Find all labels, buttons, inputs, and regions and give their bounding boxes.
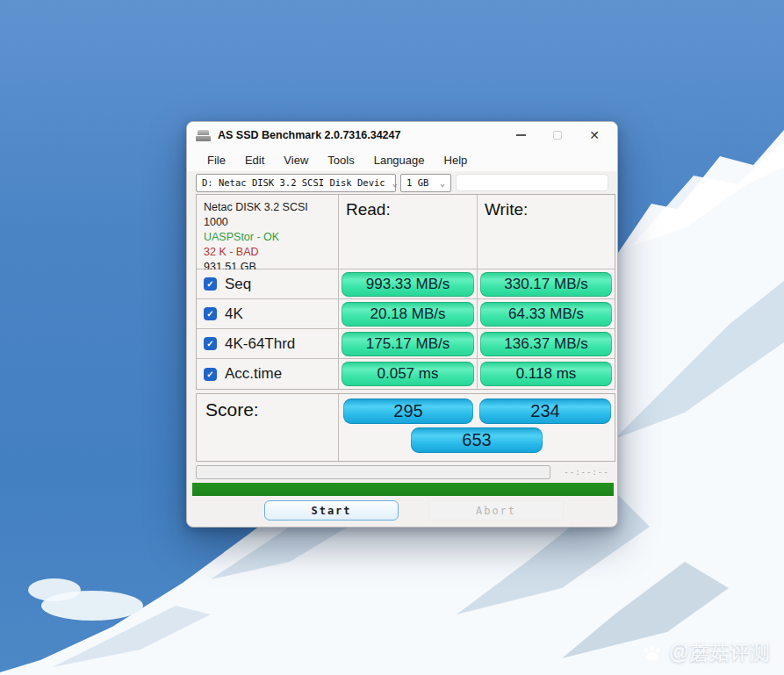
selection-row: D: Netac DISK 3.2 SCSI Disk Devic ⌄ 1 GB… xyxy=(187,171,617,194)
4k64thrd-checkbox[interactable]: ✓ xyxy=(204,337,217,350)
acctime-label: Acc.time xyxy=(225,365,282,383)
close-button[interactable]: ✕ xyxy=(587,128,601,142)
seq-label: Seq xyxy=(225,276,251,293)
4k-write-value: 64.33 MB/s xyxy=(480,302,612,327)
write-column-header: Write: xyxy=(478,195,615,269)
drive-model-line2: 1000 xyxy=(204,215,228,230)
4k-read-value: 20.18 MB/s xyxy=(342,302,474,327)
4k64thrd-write-cell: 136.37 MB/s xyxy=(478,329,615,359)
close-icon: ✕ xyxy=(589,129,600,141)
empty-field xyxy=(456,174,608,191)
4k64thrd-write-value: 136.37 MB/s xyxy=(480,332,612,356)
menu-tools[interactable]: Tools xyxy=(318,151,363,169)
drive-select-value: D: Netac DISK 3.2 SCSI Disk Devic xyxy=(202,177,385,188)
score-section: Score: 295 234 653 xyxy=(196,393,615,462)
window-controls: ✕ xyxy=(514,128,608,142)
window-title: AS SSD Benchmark 2.0.7316.34247 xyxy=(218,129,400,141)
results-table: Netac DISK 3.2 SCSI 1000 UASPStor - OK 3… xyxy=(196,194,615,390)
row-4k64thrd: ✓ 4K-64Thrd xyxy=(197,329,339,359)
menu-help[interactable]: Help xyxy=(435,151,478,169)
drive-info-panel: Netac DISK 3.2 SCSI 1000 UASPStor - OK 3… xyxy=(197,195,339,269)
titlebar: AS SSD Benchmark 2.0.7316.34247 ✕ xyxy=(187,122,617,148)
menubar: File Edit View Tools Language Help xyxy=(187,148,617,171)
score-values: 295 234 653 xyxy=(339,394,615,461)
row-seq: ✓ Seq xyxy=(197,269,339,299)
acctime-checkbox[interactable]: ✓ xyxy=(204,368,217,381)
app-disk-icon xyxy=(196,130,211,141)
abort-button[interactable]: Abort xyxy=(428,500,564,521)
menu-file[interactable]: File xyxy=(198,151,235,169)
maximize-icon xyxy=(553,131,562,140)
watermark: @蘑菇评测 xyxy=(642,639,770,666)
4k-checkbox[interactable]: ✓ xyxy=(204,307,217,320)
maximize-button[interactable] xyxy=(550,128,565,142)
menu-view[interactable]: View xyxy=(274,151,318,169)
menu-edit[interactable]: Edit xyxy=(235,151,274,169)
4k-read-cell: 20.18 MB/s xyxy=(339,299,478,329)
driver-status: UASPStor - OK xyxy=(204,230,279,245)
row-4k: ✓ 4K xyxy=(197,299,339,329)
minimize-button[interactable] xyxy=(514,128,528,142)
4k64thrd-label: 4K-64Thrd xyxy=(225,335,295,353)
4k-write-cell: 64.33 MB/s xyxy=(478,299,615,329)
alignment-status: 32 K - BAD xyxy=(204,245,259,260)
drive-select[interactable]: D: Netac DISK 3.2 SCSI Disk Devic ⌄ xyxy=(196,174,396,192)
test-size-select[interactable]: 1 GB ⌄ xyxy=(400,174,451,192)
total-score: 653 xyxy=(411,427,543,453)
status-bar-green xyxy=(192,483,614,496)
4k-label: 4K xyxy=(225,305,243,323)
read-column-header: Read: xyxy=(339,195,478,269)
minimize-icon xyxy=(516,134,526,136)
acctime-read-cell: 0.057 ms xyxy=(339,359,478,389)
chevron-down-icon: ⌄ xyxy=(433,178,445,188)
score-label: Score: xyxy=(197,394,339,461)
write-score: 234 xyxy=(479,399,611,424)
start-button[interactable]: Start xyxy=(264,500,399,521)
drive-model-line1: Netac DISK 3.2 SCSI xyxy=(204,200,308,215)
seq-write-cell: 330.17 MB/s xyxy=(478,269,615,299)
desktop-background: AS SSD Benchmark 2.0.7316.34247 ✕ File E… xyxy=(0,0,784,675)
progress-bar xyxy=(196,465,550,479)
watermark-paw-icon xyxy=(642,643,663,664)
watermark-text: @蘑菇评测 xyxy=(669,639,770,666)
menu-language[interactable]: Language xyxy=(364,151,435,169)
read-score: 295 xyxy=(343,399,473,424)
seq-write-value: 330.17 MB/s xyxy=(480,272,612,297)
time-remaining: --:--:-- xyxy=(556,468,617,477)
seq-checkbox[interactable]: ✓ xyxy=(204,277,217,291)
test-size-value: 1 GB xyxy=(406,177,428,188)
row-acctime: ✓ Acc.time xyxy=(197,359,339,389)
seq-read-value: 993.33 MB/s xyxy=(342,272,474,297)
chevron-down-icon: ⌄ xyxy=(385,178,398,188)
4k64thrd-read-value: 175.17 MB/s xyxy=(342,332,474,356)
acctime-read-value: 0.057 ms xyxy=(342,362,474,386)
acctime-write-cell: 0.118 ms xyxy=(478,359,615,389)
as-ssd-benchmark-window: AS SSD Benchmark 2.0.7316.34247 ✕ File E… xyxy=(186,121,618,528)
acctime-write-value: 0.118 ms xyxy=(480,362,612,386)
4k64thrd-read-cell: 175.17 MB/s xyxy=(339,329,478,359)
seq-read-cell: 993.33 MB/s xyxy=(339,269,478,299)
